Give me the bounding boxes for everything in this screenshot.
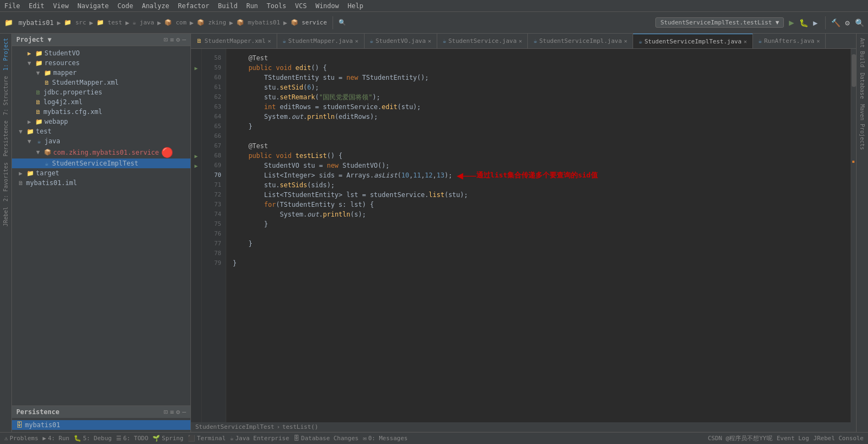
tab-studentvo-java[interactable]: ☕ StudentVO.java ✕ <box>365 34 437 48</box>
tree-item-mapper[interactable]: ▼ 📁 mapper <box>12 68 190 78</box>
code-editor[interactable]: ▶ ▶ ▶ 58 59 60 61 62 63 64 <box>191 49 856 422</box>
toolbar: 📁 mybatis01 ▶ 📁 src ▶ 📁 test ▶ ☕ java ▶ … <box>0 12 868 34</box>
persistence-panel: Persistence ⊡ ≡ ⚙ — 🗄 mybatis01 <box>12 405 190 432</box>
tab-studentserviceimpltest-java[interactable]: ☕ StudentServiceImplTest.java ✕ <box>633 34 752 48</box>
run-button[interactable]: ▶ <box>787 18 796 27</box>
persistence-panel-title: Persistence <box>16 408 59 416</box>
code-content[interactable]: @Test public void edit() { TStudentEntit… <box>226 49 851 422</box>
tree-item-studentvo[interactable]: ▶ 📁 StudentVO <box>12 48 190 58</box>
tree-item-target[interactable]: ▶ 📁 target <box>12 168 190 178</box>
status-debug[interactable]: 🐛 5: Debug <box>74 435 112 442</box>
run-gutter-icon[interactable]: ▶ <box>194 65 197 71</box>
settings-button[interactable]: ⚙ <box>843 18 852 27</box>
status-spring[interactable]: 🌱 Spring <box>152 435 183 442</box>
tree-item-mybatis-cfg-xml[interactable]: 🗎 mybatis.cfg.xml <box>12 107 190 117</box>
sidebar-icon-persistence[interactable]: Persistence <box>2 118 10 158</box>
tab-studentserviceimpl-java[interactable]: ☕ StudentServiceImpl.java ✕ <box>528 34 633 48</box>
settings-icon2[interactable]: ⚙ <box>176 408 180 416</box>
persistence-panel-header: Persistence ⊡ ≡ ⚙ — <box>12 406 190 418</box>
sidebar-icon-structure[interactable]: 7: Structure <box>2 74 10 117</box>
status-db-changes[interactable]: 🗄 Database Changes <box>293 435 359 442</box>
close-icon2[interactable]: — <box>182 408 186 416</box>
build-button[interactable]: 🔨 <box>831 18 840 27</box>
expand-icon: ▶ <box>16 169 25 177</box>
coverage-button[interactable]: ▶ <box>811 18 820 27</box>
sidebar-icon-project[interactable]: 1: Project <box>2 36 10 73</box>
left-sidebar-icons: 1: Project 7: Structure Persistence 2: F… <box>0 34 12 432</box>
sidebar-icon-jrebel[interactable]: JRebel <box>2 205 10 229</box>
editor-tabs: 🗎 StudentMapper.xml ✕ ☕ StudentMapper.ja… <box>191 34 856 49</box>
sync-icon[interactable]: ⊡ <box>164 36 168 43</box>
tree-item-java[interactable]: ▼ ☕ java <box>12 136 190 146</box>
menu-run[interactable]: Run <box>242 1 263 11</box>
tree-item-jdbc-properties[interactable]: 🗎 jdbc.properties <box>12 87 190 97</box>
menu-tools[interactable]: Tools <box>263 1 291 11</box>
search-button[interactable]: 🔍 <box>855 18 864 27</box>
status-run[interactable]: ▶ 4: Run <box>43 435 69 442</box>
persistence-icon: 🗄 <box>16 421 23 429</box>
menu-refactor[interactable]: Refactor <box>174 1 214 11</box>
tree-item-service-package[interactable]: ▼ 📦 com.zking.mybatis01.service 🔴 <box>12 146 190 158</box>
project-panel-header: Project ▼ ⊡ ≡ ⚙ — <box>12 34 190 46</box>
tree-item-test[interactable]: ▼ 📁 test <box>12 126 190 136</box>
sync-icon2[interactable]: ⊡ <box>164 408 168 416</box>
run-config-selector[interactable]: StudentServiceImplTest.testList ▼ <box>655 17 784 28</box>
tab-studentmapper-java[interactable]: ☕ StudentMapper.java ✕ <box>277 34 365 48</box>
tab-close[interactable]: ✕ <box>268 38 271 44</box>
tab-studentservice-java[interactable]: ☕ StudentService.java ✕ <box>437 34 528 48</box>
settings-panel-icon[interactable]: ⚙ <box>176 36 180 43</box>
tree-label: test <box>36 128 52 135</box>
status-todo[interactable]: ☰ 6: TODO <box>116 435 148 442</box>
tab-close[interactable]: ✕ <box>519 38 522 44</box>
tab-close[interactable]: ✕ <box>428 38 431 44</box>
tree-item-studentserviceimpltest[interactable]: ☕ StudentServiceImplTest <box>12 158 190 168</box>
sidebar-icon-ant[interactable]: Ant Build <box>858 36 866 69</box>
line-numbers: 58 59 60 61 62 63 64 65 66 67 68 69 70 7… <box>202 49 226 422</box>
tree-item-webapp[interactable]: ▶ 📁 webapp <box>12 117 190 126</box>
close-panel-icon[interactable]: — <box>182 36 186 43</box>
tab-studentmapper-xml[interactable]: 🗎 StudentMapper.xml ✕ <box>191 34 277 48</box>
menu-help[interactable]: Help <box>343 1 368 11</box>
menu-navigate[interactable]: Navigate <box>73 1 113 11</box>
status-event-log[interactable]: Event Log <box>777 435 809 442</box>
menu-vcs[interactable]: VCS <box>291 1 311 11</box>
menu-code[interactable]: Code <box>113 1 138 11</box>
tab-close[interactable]: ✕ <box>624 38 627 44</box>
package-icon: 📦 <box>43 148 52 157</box>
tab-icon-java: ☕ <box>370 37 374 45</box>
tab-close[interactable]: ✕ <box>744 39 747 45</box>
sidebar-icon-database[interactable]: Database <box>858 71 866 101</box>
status-problems[interactable]: ⚠ Problems <box>4 435 39 442</box>
collapse-icon[interactable]: ≡ <box>170 36 174 43</box>
run-gutter-icon2[interactable]: ▶ <box>194 153 197 159</box>
folder-icon-target: 📁 <box>26 169 35 177</box>
tree-item-resources[interactable]: ▼ 📁 resources <box>12 58 190 68</box>
tab-label: StudentVO.java <box>375 37 426 45</box>
persistence-item-mybatis01[interactable]: 🗄 mybatis01 <box>12 420 190 430</box>
sidebar-icon-maven[interactable]: Maven Projects <box>858 102 866 152</box>
tab-close[interactable]: ✕ <box>816 38 820 44</box>
tab-runafters-java[interactable]: ☕ RunAfters.java ✕ <box>753 34 826 48</box>
menu-file[interactable]: File <box>0 1 24 11</box>
collapse-icon2[interactable]: ≡ <box>170 408 174 416</box>
tab-close[interactable]: ✕ <box>355 38 358 44</box>
tree-item-studentmapper-xml[interactable]: 🗎 StudentMapper.xml <box>12 78 190 87</box>
status-jrebel-console[interactable]: JRebel Console <box>813 435 864 442</box>
menu-build[interactable]: Build <box>214 1 242 11</box>
iml-file-icon: 🗎 <box>16 179 25 187</box>
vertical-scrollbar[interactable] <box>851 49 856 422</box>
tree-item-log4j2-xml[interactable]: 🗎 log4j2.xml <box>12 97 190 107</box>
status-java-enterprise[interactable]: ☕ Java Enterprise <box>230 435 289 442</box>
tree-item-iml[interactable]: 🗎 mybatis01.iml <box>12 178 190 188</box>
status-messages[interactable]: ✉ 0: Messages <box>363 435 407 442</box>
menu-analyze[interactable]: Analyze <box>137 1 174 11</box>
debug-button[interactable]: 🐛 <box>799 18 808 27</box>
run-gutter-icon3[interactable]: ▶ <box>194 163 197 169</box>
menu-view[interactable]: View <box>49 1 73 11</box>
menu-window[interactable]: Window <box>311 1 343 11</box>
scrollbar-thumb[interactable] <box>852 54 856 87</box>
project-panel-title: Project ▼ <box>16 36 52 43</box>
menu-edit[interactable]: Edit <box>24 1 49 11</box>
sidebar-icon-favorites[interactable]: 2: Favorites <box>2 160 10 204</box>
status-terminal[interactable]: ⬛ Terminal <box>188 435 226 442</box>
